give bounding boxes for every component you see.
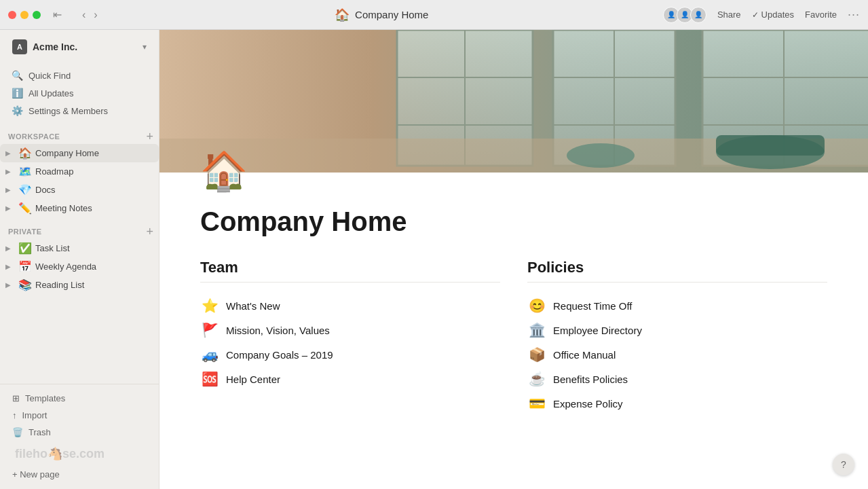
tree-chevron-icon: ▶ [5,168,15,175]
content-columns: Team ⭐ What's New 🚩 Mission, Vision, Val… [200,259,827,416]
link-benefits-policies[interactable]: ☕ Benefits Policies [527,367,827,391]
main-content: 🏠 Company Home Team ⭐ What's New 🚩 Missi… [159,30,868,489]
page-main-title: Company Home [200,206,827,237]
back-button[interactable]: ‹ [79,7,88,22]
nav-arrows: ‹ › [79,7,100,22]
sidebar-top: A Acme Inc. ▾ [0,30,159,64]
hero-image [159,30,868,173]
workspace-header[interactable]: A Acme Inc. ▾ [7,35,152,58]
private-section: PRIVATE + ▶ ✅ Task List ▶ 📅 Weekly Agend… [0,223,159,294]
help-center-icon: 🆘 [200,371,219,387]
link-office-manual[interactable]: 📦 Office Manual [527,342,827,367]
close-button[interactable] [8,11,16,19]
templates-icon: ⊞ [12,393,20,403]
employee-directory-icon: 🏛️ [527,322,546,338]
private-add-button[interactable]: + [146,225,153,238]
settings-label: Settings & Members [29,106,108,116]
forward-button[interactable]: › [91,7,100,22]
page-emoji-icon: 🏠 [200,149,248,192]
office-manual-icon: 📦 [527,346,546,363]
info-icon: ℹ️ [11,88,23,98]
settings-icon: ⚙️ [11,105,23,116]
updates-button[interactable]: ✓ Updates [752,10,794,20]
traffic-lights [8,11,41,19]
expense-policy-label: Expense Policy [553,398,623,410]
help-center-label: Help Center [226,374,280,385]
whats-new-icon: ⭐ [200,297,219,314]
weekly-agenda-label: Weekly Agenda [35,261,153,272]
tree-chevron-icon: ▶ [5,149,15,157]
app-body: A Acme Inc. ▾ 🔍 Quick Find ℹ️ All Update… [0,30,868,489]
meeting-notes-label: Meeting Notes [35,203,153,213]
more-options-button[interactable]: ··· [848,7,860,22]
sidebar-item-docs[interactable]: ▶ 💎 Docs [0,181,159,199]
team-section-title: Team [200,259,500,283]
trash-icon: 🗑️ [12,427,23,437]
link-company-goals[interactable]: 🚙 Company Goals – 2019 [200,342,500,367]
check-icon: ✓ [752,10,759,20]
favorite-button[interactable]: Favorite [805,10,837,20]
minimize-button[interactable] [20,11,29,19]
page-icon-area: 🏠 [159,152,868,190]
request-time-off-label: Request Time Off [553,300,632,312]
sidebar-item-reading-list[interactable]: ▶ 📚 Reading List [0,276,159,294]
benefits-policies-label: Benefits Policies [553,374,628,385]
sidebar-item-meeting-notes[interactable]: ▶ ✏️ Meeting Notes [0,199,159,217]
benefits-policies-icon: ☕ [527,371,546,387]
tree-chevron-icon: ▶ [5,244,15,252]
new-page-button[interactable]: + New page [7,465,152,484]
office-manual-label: Office Manual [553,349,616,361]
weekly-agenda-icon: 📅 [18,260,33,273]
policies-section-title: Policies [527,259,827,283]
reading-list-label: Reading List [35,280,153,290]
quick-find-label: Quick Find [29,71,71,81]
private-section-label: PRIVATE [8,228,42,236]
reading-list-icon: 📚 [18,278,33,291]
import-label: Import [22,410,48,420]
private-section-header: PRIVATE + [0,223,159,239]
help-button[interactable]: ? [833,454,854,475]
company-goals-icon: 🚙 [200,346,219,363]
mission-icon: 🚩 [200,322,219,338]
filehorse-logo: fileho🐴se.com [7,441,152,464]
company-home-icon: 🏠 [18,147,33,160]
workspace-name: Acme Inc. [33,41,137,52]
tree-chevron-icon: ▶ [5,263,15,270]
sidebar-item-quick-find[interactable]: 🔍 Quick Find [5,67,153,84]
share-button[interactable]: Share [717,10,741,20]
workspace-section-label: WORKSPACE [8,132,60,141]
sidebar-item-templates[interactable]: ⊞ Templates [7,390,152,407]
search-icon: 🔍 [11,70,23,81]
titlebar-actions: 👤 👤 👤 Share ✓ Updates Favorite ··· [663,7,860,23]
sidebar-item-task-list[interactable]: ▶ ✅ Task List [0,239,159,257]
link-expense-policy[interactable]: 💳 Expense Policy [527,391,827,416]
request-time-off-icon: 😊 [527,297,546,314]
sidebar-item-roadmap[interactable]: ▶ 🗺️ Roadmap [0,162,159,181]
sidebar-item-settings[interactable]: ⚙️ Settings & Members [5,102,153,120]
sidebar-item-all-updates[interactable]: ℹ️ All Updates [5,84,153,102]
company-goals-label: Company Goals – 2019 [226,349,333,361]
workspace-add-button[interactable]: + [146,130,153,143]
link-mission-vision[interactable]: 🚩 Mission, Vision, Values [200,318,500,342]
employee-directory-label: Employee Directory [553,325,642,336]
page-title-breadcrumb: Company Home [355,9,428,20]
sidebar-bottom: ⊞ Templates ↑ Import 🗑️ Trash fileho🐴se.… [0,384,159,489]
whats-new-label: What's New [226,300,280,312]
mission-label: Mission, Vision, Values [226,325,330,336]
link-whats-new[interactable]: ⭐ What's New [200,293,500,318]
sidebar-item-import[interactable]: ↑ Import [7,407,152,424]
maximize-button[interactable] [33,11,41,19]
tree-chevron-icon: ▶ [5,281,15,289]
sidebar-item-weekly-agenda[interactable]: ▶ 📅 Weekly Agenda [0,257,159,276]
titlebar: ⇤ ‹ › 🏠 Company Home 👤 👤 👤 Share ✓ Updat… [0,0,868,30]
toggle-sidebar-button[interactable]: ⇤ [49,7,66,22]
sidebar: A Acme Inc. ▾ 🔍 Quick Find ℹ️ All Update… [0,30,159,489]
link-request-time-off[interactable]: 😊 Request Time Off [527,293,827,318]
import-icon: ↑ [12,410,17,420]
link-help-center[interactable]: 🆘 Help Center [200,367,500,391]
link-employee-directory[interactable]: 🏛️ Employee Directory [527,318,827,342]
expense-policy-icon: 💳 [527,395,546,412]
sidebar-item-trash[interactable]: 🗑️ Trash [7,424,152,441]
sidebar-item-company-home[interactable]: ▶ 🏠 Company Home ··· + [0,144,159,162]
policies-column: Policies 😊 Request Time Off 🏛️ Employee … [527,259,827,416]
